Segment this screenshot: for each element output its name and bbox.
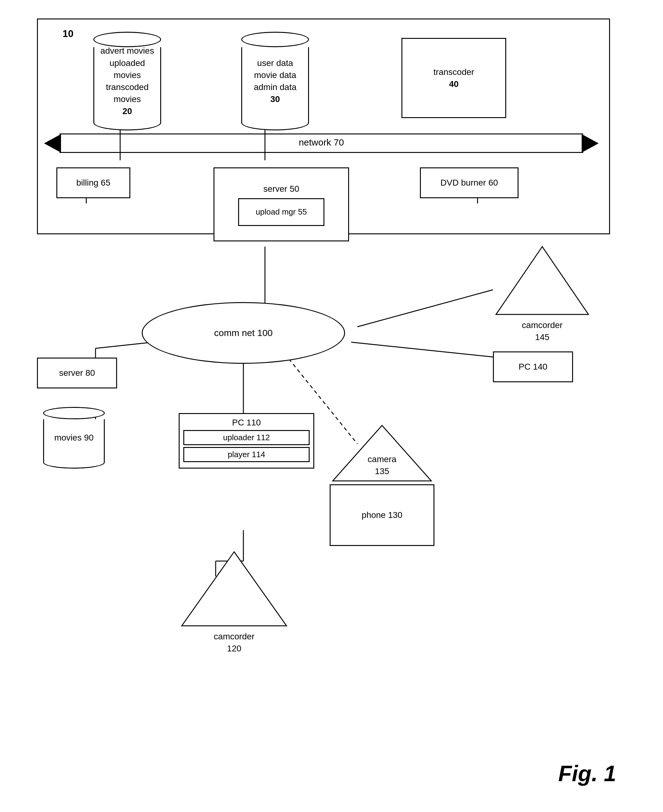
phone130-container: phone 130 camera 135	[330, 422, 434, 546]
server80-box: server 80	[37, 358, 117, 389]
camcorder120-triangle-svg	[179, 549, 289, 629]
camera135-label: camera 135	[330, 453, 434, 477]
db1-body: advert moviesuploaded moviestranscoded m…	[93, 47, 161, 115]
phone130-body: phone 130	[330, 484, 434, 546]
uploader112-box: uploader 112	[183, 430, 310, 445]
server50-label: server 50	[264, 183, 299, 195]
pc110-box: PC 110 uploader 112 player 114	[179, 413, 314, 468]
arrow-right-icon	[582, 134, 598, 152]
camcorder145-container: camcorder 145	[493, 243, 592, 343]
db1-text: advert moviesuploaded moviestranscoded m…	[97, 45, 157, 117]
upload-mgr-label: upload mgr 55	[256, 206, 307, 217]
billing-box: billing 65	[57, 167, 130, 198]
dvd-label: DVD burner 60	[441, 177, 498, 189]
camcorder120-container: camcorder 120	[179, 549, 289, 655]
svg-line-10	[351, 342, 499, 358]
player114-box: player 114	[183, 447, 310, 462]
db1-top	[93, 32, 161, 47]
db2-bottom	[241, 115, 309, 130]
db2-top	[241, 32, 309, 47]
db2-text: user datamovie dataadmin data30	[254, 57, 297, 105]
comm-net-ellipse: comm net 100	[142, 302, 345, 364]
camcorder145-triangle-svg	[493, 243, 592, 318]
diagram: 10 advert moviesuploaded moviestranscode…	[18, 12, 647, 802]
db2-cylinder: user datamovie dataadmin data30	[241, 32, 309, 130]
server50-box: server 50 upload mgr 55	[213, 167, 349, 241]
pc110-label: PC 110	[183, 418, 310, 428]
db2-body: user datamovie dataadmin data30	[241, 47, 309, 115]
network-bottom-line	[60, 152, 583, 153]
movies90-label: movies 90	[54, 431, 94, 444]
network-top-line	[60, 133, 583, 135]
transcoder-box: transcoder40	[401, 38, 506, 118]
movies90-body: movies 90	[43, 419, 105, 456]
server80-label: server 80	[59, 367, 95, 379]
camcorder145-label: camcorder 145	[522, 319, 563, 343]
fig-label: Fig. 1	[558, 761, 616, 786]
comm-net-label: comm net 100	[214, 328, 273, 338]
movies90-bottom	[43, 456, 105, 468]
transcoder-label: transcoder40	[433, 66, 474, 90]
network-bar: network 70	[44, 133, 598, 154]
movies90-cylinder: movies 90	[43, 407, 105, 468]
billing-label: billing 65	[76, 177, 111, 189]
camcorder120-label: camcorder 120	[214, 630, 254, 655]
server-complex-box: 10 advert moviesuploaded moviestranscode…	[37, 18, 610, 234]
network-label: network 70	[299, 137, 344, 147]
dvd-box: DVD burner 60	[420, 167, 519, 198]
phone130-label: phone 130	[362, 509, 403, 521]
svg-marker-18	[496, 246, 589, 314]
system-label: 10	[63, 28, 74, 39]
db1-cylinder: advert moviesuploaded moviestranscoded m…	[93, 32, 161, 130]
pc140-box: PC 140	[493, 352, 573, 382]
movies90-top	[43, 407, 105, 419]
pc140-label: PC 140	[519, 361, 547, 373]
arrow-left-icon	[44, 134, 61, 152]
svg-line-9	[357, 290, 493, 327]
upload-mgr-box: upload mgr 55	[238, 198, 324, 226]
svg-marker-16	[182, 552, 286, 626]
db1-bottom	[93, 115, 161, 130]
